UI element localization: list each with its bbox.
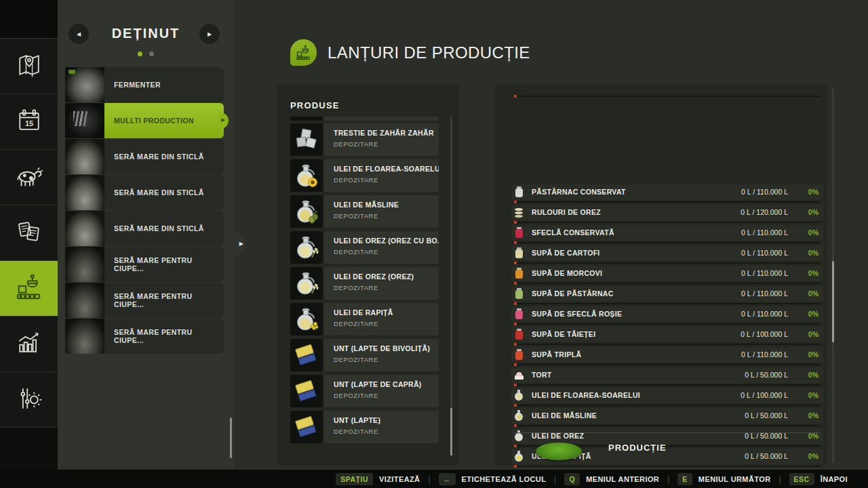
statistics-icon	[14, 328, 44, 361]
hint-tag-place[interactable]: ↔ ETICHETEAZĂ LOCUL	[439, 473, 547, 485]
hint-label: MENIUL URMĂTOR	[698, 475, 771, 483]
storage-progress-bar	[514, 466, 821, 467]
production-point-image	[536, 443, 582, 460]
product-subtitle: DEPOZITARE	[334, 284, 439, 291]
storage-row[interactable]: SUPĂ DE MORCOVI 0 L / 110.000 L 0%	[514, 265, 821, 285]
storage-fill-percent: 0%	[808, 310, 818, 318]
product-row-text: UNT (LAPTE DE CAPRĂ) DEPOZITARE	[324, 375, 439, 407]
owned-building-row[interactable]: SERĂ MARE DIN STICLĂ	[65, 175, 224, 210]
active-tab-arrow-icon: ▶	[58, 285, 62, 291]
storage-progress-bar	[514, 384, 821, 386]
owned-building-row[interactable]: SERĂ MARE DIN STICLĂ	[65, 139, 224, 174]
hint-visit[interactable]: SPAȚIU VIZITEAZĂ	[336, 473, 420, 485]
owned-panel-expand-notch[interactable]: ▶	[234, 232, 245, 256]
hint-label: MENIUL ANTERIOR	[586, 475, 659, 483]
oil-jug-icon	[514, 409, 524, 422]
storage-row[interactable]: SUPĂ TRIPLĂ 0 L / 110.000 L 0%	[514, 346, 821, 367]
owned-building-label: SERĂ MARE PENTRU CIUPE...	[104, 283, 224, 318]
storage-row[interactable]: RULOURI DE OREZ 0 L / 120.000 L 0%	[514, 204, 821, 224]
settings-sliders-gear-icon	[14, 384, 44, 416]
storage-row[interactable]: SUPĂ DE CARTOFI 0 L / 110.000 L 0%	[514, 245, 821, 265]
product-row[interactable]: ULEI DE OREZ (OREZ) DEPOZITARE	[290, 267, 439, 300]
storage-row[interactable]: SUPĂ DE TĂIEȚEI 0 L / 100.000 L 0%	[514, 326, 821, 346]
product-row[interactable]: TRESTIE DE ZAHĂR ZAHĂR DEPOZITARE	[290, 123, 439, 156]
storage-item-name: ULEI DE FLOAREA-SOARELUI	[532, 391, 640, 399]
product-subtitle: DEPOZITARE	[334, 212, 439, 220]
storage-row[interactable]: SUPĂ DE PĂSTÂRNAC 0 L / 110.000 L 0%	[514, 285, 821, 306]
owned-list-scrollbar[interactable]	[230, 418, 232, 458]
owned-buildings-panel: ◀ DEȚINUT ▶ FERMENTER MULLTI PRODUCTION …	[58, 0, 234, 468]
documents-icon	[14, 217, 44, 249]
product-subtitle: DEPOZITARE	[334, 356, 439, 363]
product-row[interactable]: ULEI DE RAPIȚĂ DEPOZITARE	[290, 303, 439, 336]
sidebar-item-production-chains[interactable]: ▶	[0, 261, 58, 317]
mullti-production-thumbnail	[65, 103, 104, 138]
sugar-cubes-icon	[290, 123, 323, 156]
storage-scrollbar-thumb[interactable]	[832, 261, 834, 342]
hint-separator: |	[554, 474, 556, 484]
storage-row[interactable]: ULEI DE FLOAREA-SOARELUI 0 L / 100.000 L…	[514, 387, 821, 407]
esc-key-badge: ESC	[789, 473, 814, 485]
storage-item-name: RULOURI DE OREZ	[532, 208, 601, 216]
product-row[interactable]: UNT (LAPTE DE BIVOLIȚĂ) DEPOZITARE	[290, 339, 439, 371]
owned-building-row[interactable]: FERMENTER	[65, 67, 224, 102]
storage-fill-percent: 0%	[808, 350, 818, 359]
storage-fill-level: 0 L / 110.000 L	[741, 350, 788, 359]
owned-building-row[interactable]: SERĂ MARE PENTRU CIUPE...	[65, 319, 224, 354]
product-name: TRESTIE DE ZAHĂR ZAHĂR	[334, 129, 439, 137]
storage-row[interactable]: TORT 0 L / 50.000 L 0%	[514, 367, 821, 387]
sidebar-item-settings[interactable]	[0, 372, 58, 428]
storage-fill-level: 0 L / 120.000 L	[741, 208, 788, 216]
storage-progress-bar	[514, 405, 821, 406]
hint-previous-menu[interactable]: Q MENIUL ANTERIOR	[564, 473, 659, 485]
owned-building-row[interactable]: SERĂ MARE PENTRU CIUPE...	[65, 247, 224, 282]
storage-row[interactable]: ULEI DE MĂSLINE 0 L / 50.000 L 0%	[514, 407, 821, 428]
fermenter-thumbnail	[65, 67, 104, 102]
products-scrollbar-track[interactable]	[450, 117, 452, 455]
products-scrollbar-thumb[interactable]	[450, 408, 452, 455]
sidebar-item-statistics[interactable]	[0, 317, 58, 372]
hint-next-menu[interactable]: E MENIUL URMĂTOR	[677, 473, 770, 485]
jar-icon	[514, 247, 524, 259]
product-row[interactable]: ULEI DE MĂSLINE DEPOZITARE	[290, 195, 439, 228]
storage-fill-percent: 0%	[808, 411, 818, 420]
product-name: ULEI DE FLOAREA-SOARELUI	[334, 165, 439, 173]
owned-building-row[interactable]: SERĂ MARE DIN STICLĂ	[65, 211, 224, 246]
owned-building-label: SERĂ MARE DIN STICLĂ	[104, 211, 224, 246]
storage-row[interactable]: PĂSTÂRNAC CONSERVAT 0 L / 110.000 L 0%	[514, 184, 821, 204]
storage-item-name: TORT	[532, 371, 552, 379]
product-name: ULEI DE OREZ (OREZ)	[334, 272, 439, 281]
product-row[interactable]: ULEI DE FLOAREA-SOARELUI DEPOZITARE	[290, 159, 439, 192]
storage-item-name: SUPĂ DE PĂSTÂRNAC	[532, 289, 614, 298]
page-dot-inactive	[149, 52, 154, 56]
storage-fill-percent: 0%	[808, 249, 818, 257]
page-header: LANȚURI DE PRODUCȚIE	[290, 39, 530, 66]
hint-back[interactable]: ESC ÎNAPOI	[789, 473, 848, 485]
sidebar-item-contracts[interactable]	[0, 205, 58, 261]
storage-fill-level: 0 L / 110.000 L	[741, 269, 788, 277]
sidebar-item-calendar[interactable]: 15	[0, 94, 58, 150]
owned-building-row[interactable]: SERĂ MARE PENTRU CIUPE...	[65, 283, 224, 318]
storage-progress-bar	[514, 222, 821, 223]
butter-icon	[290, 375, 323, 407]
jar-icon	[514, 328, 524, 340]
product-row[interactable]: UNT (LAPTE DE CAPRĂ) DEPOZITARE	[290, 375, 439, 407]
jar-icon	[514, 226, 524, 239]
owned-building-label: MULLTI PRODUCTION	[104, 103, 224, 138]
glass-greenhouse-thumbnail	[65, 211, 104, 246]
storage-fill-level: 0 L / 100.000 L	[741, 330, 788, 338]
mushroom-greenhouse-thumbnail	[65, 247, 104, 282]
sidebar-item-animals[interactable]	[0, 150, 58, 205]
storage-row[interactable]: SUPĂ DE SFECLĂ ROȘIE 0 L / 110.000 L 0%	[514, 306, 821, 326]
product-row[interactable]: ULEI DE OREZ (OREZ CU BO... DEPOZITARE	[290, 231, 439, 264]
butter-icon	[290, 339, 323, 371]
sidebar-top-spacer	[0, 0, 58, 39]
owned-building-row-selected[interactable]: MULLTI PRODUCTION ▶	[65, 103, 224, 138]
owned-next-page-button[interactable]: ▶	[199, 24, 220, 44]
storage-row[interactable]: SFECLĂ CONSERVATĂ 0 L / 110.000 L 0%	[514, 224, 821, 245]
product-row-text: UNT (LAPTE DE BIVOLIȚĂ) DEPOZITARE	[324, 339, 439, 371]
storage-fill-percent: 0%	[808, 371, 818, 379]
storage-item-name: ULEI DE MĂSLINE	[532, 411, 597, 420]
product-row[interactable]: UNT (LAPTE) DEPOZITARE	[290, 411, 439, 443]
sidebar-item-map[interactable]	[0, 39, 58, 94]
